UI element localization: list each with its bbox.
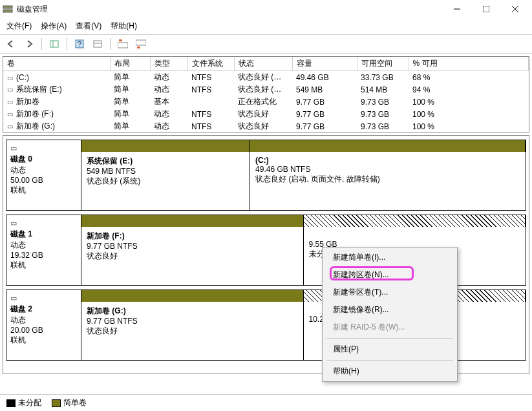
show-hide-button[interactable] <box>47 37 61 51</box>
part-status: 状态良好 (启动, 页面文件, 故障转储) <box>255 174 520 185</box>
disk-0-size: 50.00 GB <box>10 176 77 185</box>
ctx-new-striped-volume[interactable]: 新建带区卷(T)... <box>324 284 456 301</box>
volume-icon: ▭ <box>7 74 15 81</box>
disk-0-info[interactable]: ▭ 磁盘 0 动态 50.00 GB 联机 <box>6 140 81 210</box>
svg-rect-10 <box>94 41 101 47</box>
list-bottom-button[interactable] <box>134 37 148 51</box>
maximize-button[interactable] <box>471 0 500 18</box>
part-size: 49.46 GB NTFS <box>255 165 520 174</box>
disk-0-part-0[interactable]: 系统保留 (E:) 549 MB NTFS 状态良好 (系统) <box>81 152 250 210</box>
col-status[interactable]: 状态 <box>234 57 292 71</box>
table-row[interactable]: ▭新加卷简单基本正在格式化9.77 GB9.73 GB100 % <box>3 96 529 108</box>
menu-help[interactable]: 帮助(H) <box>111 21 137 32</box>
disk-1-part-0[interactable]: 新加卷 (F:) 9.77 GB NTFS 状态良好 <box>81 227 304 285</box>
disk-2-state: 联机 <box>10 335 77 346</box>
disk-0-part-1[interactable]: (C:) 49.46 GB NTFS 状态良好 (启动, 页面文件, 故障转储) <box>250 152 526 210</box>
titlebar: 磁盘管理 <box>0 0 532 18</box>
ctx-new-mirror-volume[interactable]: 新建镜像卷(R)... <box>324 301 456 319</box>
svg-rect-3 <box>483 6 489 12</box>
toolbar: ? <box>0 35 532 54</box>
disk-row-0: ▭ 磁盘 0 动态 50.00 GB 联机 系统保留 (E:) 549 MB N… <box>6 140 526 211</box>
volume-icon: ▭ <box>7 98 15 105</box>
part-status: 状态良好 <box>87 251 298 262</box>
table-row[interactable]: ▭新加卷 (G:)简单动态NTFS状态良好9.77 GB9.73 GB100 % <box>3 120 529 132</box>
part-title: 新加卷 (F:) <box>87 231 298 242</box>
menu-view[interactable]: 查看(V) <box>76 21 101 32</box>
ctx-properties[interactable]: 属性(P) <box>324 341 456 358</box>
minimize-button[interactable] <box>442 0 471 18</box>
volume-table-container: 卷 布局 类型 文件系统 状态 容量 可用空间 % 可用 ▭(C:)简单动态NT… <box>3 56 529 132</box>
table-row[interactable]: ▭(C:)简单动态NTFS状态良好 (…49.46 GB33.73 GB68 % <box>3 71 529 84</box>
disk-2-name: 磁盘 2 <box>10 304 77 315</box>
part-size: 9.77 GB NTFS <box>87 242 298 251</box>
ctx-help[interactable]: 帮助(H) <box>324 363 456 380</box>
volume-icon: ▭ <box>7 111 15 118</box>
list-top-button[interactable] <box>116 37 130 51</box>
app-icon <box>3 4 13 14</box>
disk-1-state: 联机 <box>10 260 77 271</box>
legend-simple-label: 简单卷 <box>63 398 87 407</box>
disk-2-size: 20.00 GB <box>10 326 77 335</box>
disk-icon: ▭ <box>10 144 77 153</box>
svg-rect-12 <box>118 43 128 48</box>
window-title: 磁盘管理 <box>17 4 442 15</box>
table-row[interactable]: ▭新加卷 (F:)简单动态NTFS状态良好9.77 GB9.73 GB100 % <box>3 108 529 120</box>
svg-text:?: ? <box>78 40 81 48</box>
menu-file[interactable]: 文件(F) <box>6 21 32 32</box>
table-row[interactable]: ▭系统保留 (E:)简单动态NTFS状态良好 (…549 MB514 MB94 … <box>3 83 529 96</box>
toolbar-sep <box>41 38 42 50</box>
ctx-new-spanned-volume[interactable]: 新建跨区卷(N)... <box>324 266 456 284</box>
legend-simple: 简单卷 <box>52 397 87 408</box>
disk-0-state: 联机 <box>10 185 77 196</box>
disk-1-info[interactable]: ▭ 磁盘 1 动态 19.32 GB 联机 <box>6 215 81 285</box>
toolbar-sep-3 <box>110 38 111 50</box>
svg-rect-6 <box>50 41 58 47</box>
disk-icon: ▭ <box>10 294 77 302</box>
part-status: 状态良好 <box>87 326 298 337</box>
volume-icon: ▭ <box>7 123 15 130</box>
col-capacity[interactable]: 容量 <box>292 57 357 71</box>
part-size: 9.77 GB NTFS <box>87 317 298 326</box>
col-fs[interactable]: 文件系统 <box>187 57 234 71</box>
disk-0-name: 磁盘 0 <box>10 154 77 165</box>
back-button[interactable] <box>4 37 18 51</box>
svg-rect-1 <box>3 10 12 12</box>
legend: 未分配 简单卷 <box>0 394 532 411</box>
ctx-new-raid5-volume: 新建 RAID-5 卷(W)... <box>324 319 456 336</box>
col-type[interactable]: 类型 <box>150 57 187 71</box>
col-volume[interactable]: 卷 <box>3 57 110 71</box>
ctx-separator-2 <box>326 360 453 361</box>
ctx-new-simple-volume[interactable]: 新建简单卷(I)... <box>324 249 456 266</box>
part-status: 状态良好 (系统) <box>87 176 244 187</box>
col-pctfree[interactable]: % 可用 <box>409 57 529 71</box>
disk-1-name: 磁盘 1 <box>10 229 77 240</box>
legend-unalloc-label: 未分配 <box>18 398 41 407</box>
context-menu: 新建简单卷(I)... 新建跨区卷(N)... 新建带区卷(T)... 新建镜像… <box>322 247 458 382</box>
legend-unalloc: 未分配 <box>6 397 41 408</box>
volume-icon: ▭ <box>7 86 15 93</box>
disk-0-type: 动态 <box>10 165 77 176</box>
svg-rect-0 <box>3 6 12 8</box>
disk-1-type: 动态 <box>10 240 77 251</box>
disk-2-type: 动态 <box>10 315 77 326</box>
svg-rect-13 <box>119 39 122 41</box>
toolbar-sep-2 <box>67 38 67 50</box>
svg-rect-15 <box>137 47 140 48</box>
volume-table: 卷 布局 类型 文件系统 状态 容量 可用空间 % 可用 ▭(C:)简单动态NT… <box>3 57 529 132</box>
ctx-separator <box>326 338 453 339</box>
disk-2-part-0[interactable]: 新加卷 (G:) 9.77 GB NTFS 状态良好 <box>81 302 304 360</box>
disk-icon: ▭ <box>10 219 77 227</box>
help-icon-button[interactable]: ? <box>72 37 87 51</box>
part-title: 系统保留 (E:) <box>87 156 244 167</box>
disk-2-info[interactable]: ▭ 磁盘 2 动态 20.00 GB 联机 <box>6 290 81 360</box>
part-size: 549 MB NTFS <box>87 167 244 176</box>
disk-1-size: 19.32 GB <box>10 251 77 260</box>
menu-action[interactable]: 操作(A) <box>41 21 67 32</box>
forward-button[interactable] <box>22 37 36 51</box>
part-title: 新加卷 (G:) <box>87 306 298 317</box>
col-free[interactable]: 可用空间 <box>357 57 409 71</box>
settings-button[interactable] <box>90 37 105 51</box>
col-layout[interactable]: 布局 <box>110 57 150 71</box>
menubar: 文件(F) 操作(A) 查看(V) 帮助(H) <box>0 18 532 35</box>
close-button[interactable] <box>500 0 529 18</box>
